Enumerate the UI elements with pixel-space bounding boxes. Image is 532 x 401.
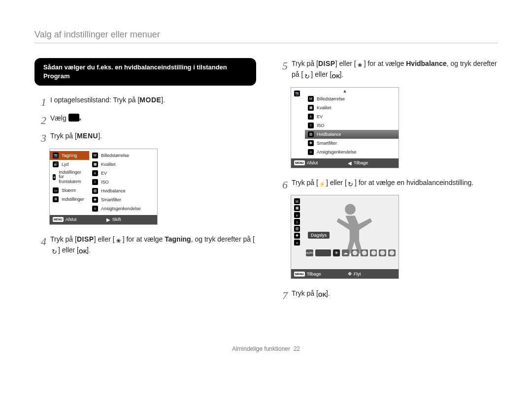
page-title: Valg af indstillinger eller menuer (34, 30, 498, 43)
menu-item-lyd: 🔊Lyd (50, 160, 89, 169)
right-column: Tryk på [DISP] eller [] for at vælge Hvi… (276, 58, 498, 306)
menu-key-icon: MENU (294, 160, 305, 165)
menu-item-frontskærm: ☀Indstillinger for frontskærm (50, 169, 89, 186)
screenshot-menu-tagning: 📷Tagning 🔊Lyd ☀Indstillinger for frontsk… (49, 149, 158, 225)
wb-opt-4: ⚪ (379, 249, 386, 256)
opt-ansigt: ☺Ansigtsgenkendelse (305, 148, 399, 156)
shot3-footer-right: ✥Flyt (345, 269, 399, 278)
screenshot-hvidbalance-list: ▲ 📷 MBilledstørrelse ▦Kvalitet ±EV IISO … (291, 87, 399, 168)
menu-key-icon: MENU (294, 272, 305, 277)
wb-measure (315, 249, 331, 256)
step-7: Tryk på []. (276, 288, 498, 299)
shot1-left-menu: 📷Tagning 🔊Lyd ☀Indstillinger for frontsk… (50, 149, 89, 215)
shot2-strip: 📷 (291, 88, 305, 158)
steps-right-2: Tryk på [] eller [] for at vælge en hvid… (276, 177, 498, 188)
menu-key: MENU (77, 130, 98, 141)
columns: Sådan vælger du f.eks. en hvidbalanceind… (34, 58, 498, 306)
opt-ev: ±EV (89, 169, 157, 178)
ev-icon: ± (308, 114, 314, 120)
filter-icon: ✚ (92, 197, 98, 203)
opt-billedstørrelse: MBilledstørrelse (89, 151, 157, 160)
steps-left: I optagelsestilstand: Tryk på [MODE]. Væ… (34, 94, 256, 141)
camera-icon: 📷 (53, 153, 59, 158)
filter-icon: ✚ (294, 233, 300, 239)
sun-icon (294, 104, 300, 110)
size-icon: M (308, 96, 314, 102)
display-icon (294, 111, 300, 117)
disp-key: DISP (318, 58, 335, 69)
shot2-footer-left: MENUAfslut (291, 158, 345, 168)
flash-icon (318, 180, 326, 186)
wb-opt-2: ⚪ (361, 249, 368, 256)
section-heading: Sådan vælger du f.eks. en hvidbalanceind… (34, 58, 256, 86)
step-6: Tryk på [] eller [] for at vælge en hvid… (276, 177, 498, 188)
timer-icon (303, 72, 311, 79)
wb-icon: ▥ (308, 131, 314, 137)
disp-key: DISP (77, 234, 94, 245)
shot1-footer-left: MENUAfslut (50, 215, 103, 224)
display-icon: ▭ (53, 187, 59, 193)
step-2: Vælg . (34, 113, 256, 123)
filter-icon: ✚ (308, 140, 314, 146)
opt-hvidbalance: ▥Hvidbalance (305, 130, 399, 139)
iso-icon: I (308, 123, 314, 128)
wb-icon: ▥ (294, 226, 300, 232)
step-1: I optagelsestilstand: Tryk på [MODE]. (34, 94, 256, 105)
quality-icon: ▦ (92, 161, 98, 167)
wb-auto: AUTO (306, 249, 313, 256)
iso-icon: I (294, 219, 300, 225)
ev-icon: ± (294, 212, 300, 218)
right-arrow-icon: ▶ (106, 217, 110, 222)
opt-smartfilter: ✚Smartfilter (89, 195, 157, 204)
opt-billedstørrelse: MBilledstørrelse (305, 94, 399, 103)
menu-item-tagning: 📷Tagning (50, 151, 89, 160)
quality-icon: ▦ (308, 105, 314, 111)
steps-left-2: Tryk på [DISP] eller [] for at vælge Tag… (34, 234, 256, 256)
speaker-icon: 🔊 (53, 161, 59, 167)
quality-icon: ▦ (294, 205, 300, 211)
opt-smartfilter: ✚Smartfilter (305, 139, 399, 148)
left-arrow-icon: ◀ (348, 160, 352, 166)
timer-icon (50, 247, 58, 254)
timer-icon (347, 180, 355, 186)
menu-item-indstillinger: ⚙Indstillinger (50, 195, 89, 204)
shot2-footer: MENUAfslut ◀Tilbage (291, 158, 399, 168)
shot1-footer: MENUAfslut ▶Skift (50, 215, 157, 224)
face-icon: ☺ (294, 240, 300, 246)
steps-right: Tryk på [DISP] eller [] for at vælge Hvi… (276, 58, 498, 80)
gear-icon: ⚙ (53, 196, 59, 202)
menu-key-icon: MENU (53, 217, 64, 222)
up-arrow-icon: ▲ (343, 89, 347, 93)
face-icon: ☺ (92, 206, 98, 212)
page-footer: Almindelige funktioner 22 (34, 345, 498, 352)
page: Valg af indstillinger eller menuer Sådan… (0, 0, 532, 367)
opt-ev: ±EV (305, 112, 399, 121)
shot3-footer-left: MENUTilbage (291, 269, 345, 278)
ok-icon (332, 72, 339, 79)
opt-hvidbalance: ▥Hvidbalance (89, 186, 157, 195)
wb-opt-5: ⚪ (388, 249, 396, 256)
shot2-list: MBilledstørrelse ▦Kvalitet ±EV IISO ▥Hvi… (305, 88, 399, 158)
wb-daylight: ☀ (333, 249, 340, 256)
face-icon: ☺ (308, 149, 314, 155)
gear-icon (294, 118, 300, 124)
wb-icon: ▥ (92, 188, 98, 194)
size-icon: M (92, 153, 98, 158)
shot2-footer-right: ◀Tilbage (345, 158, 399, 168)
flower-icon (356, 61, 364, 67)
shot3-strip: M ▦ ± I ▥ ✚ ☺ (291, 195, 305, 269)
ev-icon: ± (92, 170, 98, 176)
iso-icon: I (92, 179, 98, 185)
ok-icon (318, 290, 326, 297)
wb-opt-1: ⚪ (351, 249, 359, 256)
wb-cloudy: ☁ (342, 249, 349, 256)
ok-icon (79, 247, 87, 254)
speaker-icon (294, 97, 300, 103)
size-icon: M (294, 198, 300, 204)
camera-icon: 📷 (294, 91, 300, 96)
shot3-footer: MENUTilbage ✥Flyt (291, 269, 399, 278)
mode-key: MODE (139, 94, 161, 105)
opt-iso: IISO (305, 121, 399, 130)
move-icon: ✥ (348, 271, 352, 277)
sun-icon: ☀ (53, 174, 56, 180)
